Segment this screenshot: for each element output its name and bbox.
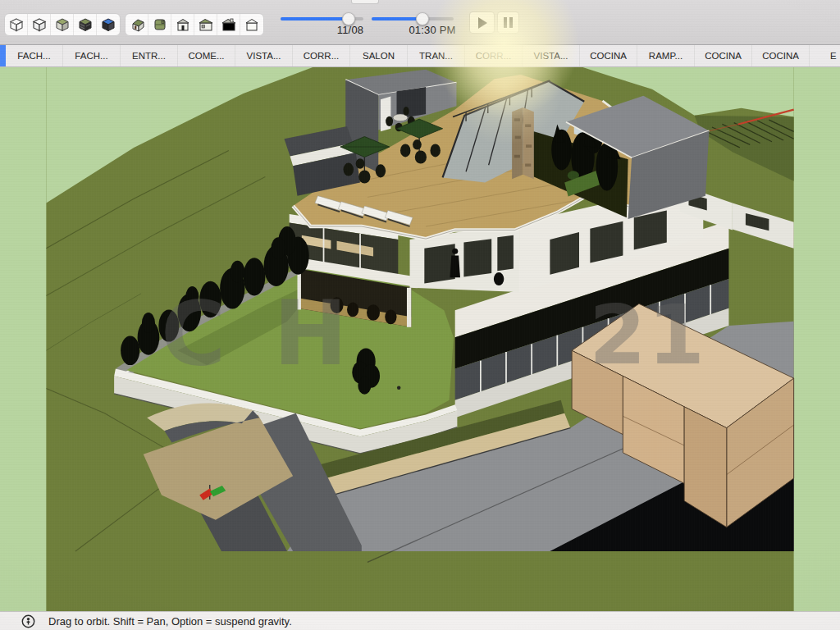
date-slider[interactable] — [281, 17, 363, 21]
play-animation-button[interactable] — [469, 11, 495, 34]
model-viewport[interactable]: CH 21 — [0, 67, 840, 611]
time-slider-fill — [372, 17, 422, 21]
view-left-button[interactable] — [240, 14, 263, 35]
cursor-speck — [397, 386, 400, 389]
scene-tab-rampa[interactable]: RAMP... — [637, 45, 695, 66]
hidden-line-cube-icon — [31, 16, 48, 33]
scene-tab-corredor-2[interactable]: CORR... — [465, 45, 523, 66]
time-slider[interactable] — [372, 17, 454, 21]
scene-tab-fachada-2[interactable]: FACH... — [63, 45, 121, 66]
scene-tab-partial-right[interactable]: E — [810, 45, 840, 66]
right-view-house-icon — [197, 16, 215, 33]
scene-tab-salon[interactable]: SALON — [350, 45, 408, 66]
pause-icon — [504, 17, 513, 28]
scene-tab-comedor[interactable]: COME... — [178, 45, 235, 66]
textured-cube-icon — [77, 16, 94, 33]
shaded-cube-icon — [54, 16, 71, 33]
front-view-house-icon — [174, 16, 192, 33]
wireframe-cube-icon — [8, 16, 25, 33]
view-iso-button[interactable] — [126, 14, 148, 35]
iso-view-house-icon — [128, 16, 146, 33]
play-icon — [478, 17, 487, 29]
back-view-house-icon — [220, 16, 238, 33]
face-style-hidden-line-button[interactable] — [28, 14, 51, 35]
face-style-wireframe-button[interactable] — [5, 14, 28, 35]
view-right-button[interactable] — [194, 14, 217, 35]
scene-tab-transicion[interactable]: TRAN... — [408, 45, 465, 66]
scene-tab-entrada[interactable]: ENTR... — [121, 45, 178, 66]
stone-chimney — [512, 107, 534, 179]
face-style-shaded-button[interactable] — [51, 14, 74, 35]
sketchup-window: 11/08 01:30 PM FACH... FACH... ENTR... C… — [0, 0, 840, 630]
house-model-scene — [0, 67, 840, 611]
scene-tab-vista-1[interactable]: VISTA... — [235, 45, 293, 66]
top-view-house-icon — [151, 16, 169, 33]
scene-tab-cocina-3[interactable]: COCINA — [752, 45, 810, 66]
status-bar: Drag to orbit. Shift = Pan, Option = sus… — [0, 611, 840, 630]
shadow-toolbar: 11/08 01:30 PM — [0, 0, 840, 45]
face-style-monochrome-button[interactable] — [97, 14, 120, 35]
pause-animation-button[interactable] — [497, 11, 519, 34]
scene-tab-fachada-1[interactable]: FACH... — [6, 45, 63, 66]
partial-dialog-edge — [351, 0, 379, 4]
scene-tab-vista-2[interactable]: VISTA... — [523, 45, 580, 66]
orbit-person-icon — [21, 614, 35, 628]
view-front-button[interactable] — [171, 14, 194, 35]
standard-views-group — [125, 13, 264, 36]
view-back-button[interactable] — [217, 14, 240, 35]
time-label: 01:30 PM — [405, 24, 459, 36]
face-style-textured-button[interactable] — [74, 14, 97, 35]
face-style-group — [4, 13, 121, 36]
left-view-house-icon — [243, 16, 261, 33]
date-slider-fill — [281, 17, 349, 21]
scene-tab-cocina-2[interactable]: COCINA — [695, 45, 752, 66]
active-scene-tab-partial[interactable] — [0, 45, 6, 66]
monochrome-cube-icon — [100, 16, 116, 33]
scene-tabs-bar: FACH... FACH... ENTR... COME... VISTA...… — [0, 45, 840, 67]
scene-tab-cocina-1[interactable]: COCINA — [580, 45, 637, 66]
scene-tab-corredor-1[interactable]: CORR... — [293, 45, 350, 66]
status-hint-text: Drag to orbit. Shift = Pan, Option = sus… — [48, 615, 292, 628]
view-top-button[interactable] — [148, 14, 171, 35]
date-label: 11/08 — [326, 24, 374, 36]
